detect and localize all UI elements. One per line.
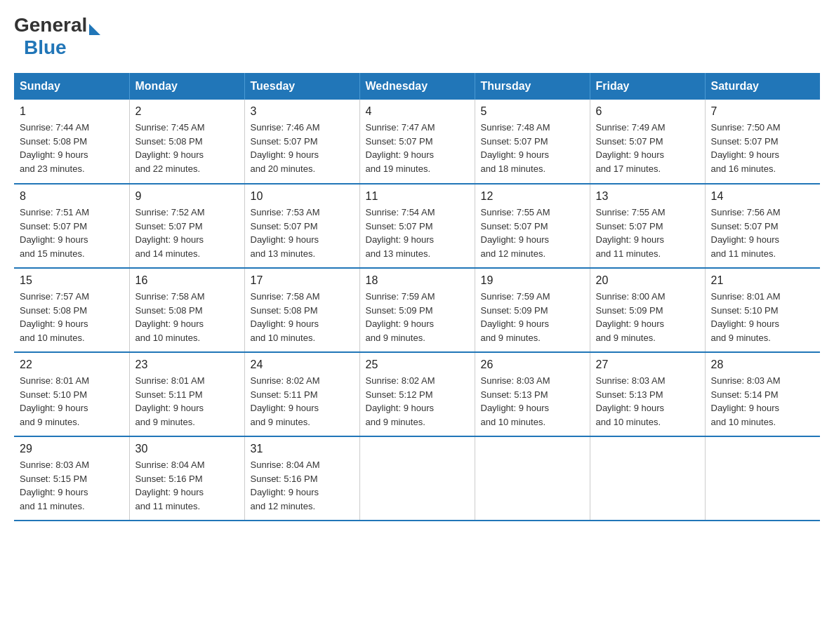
logo: General Blue (14, 14, 100, 59)
day-number: 18 (366, 274, 469, 287)
day-number: 13 (596, 190, 699, 203)
calendar-cell: 17 Sunrise: 7:58 AM Sunset: 5:08 PM Dayl… (244, 268, 359, 352)
day-number: 12 (481, 190, 584, 203)
day-number: 17 (251, 274, 354, 287)
day-number: 24 (251, 358, 354, 371)
day-number: 28 (711, 358, 815, 371)
calendar-cell: 9 Sunrise: 7:52 AM Sunset: 5:07 PM Dayli… (129, 184, 244, 268)
calendar-cell (475, 436, 590, 521)
calendar-cell (590, 436, 705, 521)
day-number: 15 (20, 274, 124, 287)
header-day-sunday: Sunday (14, 73, 129, 100)
calendar-cell: 30 Sunrise: 8:04 AM Sunset: 5:16 PM Dayl… (129, 436, 244, 521)
week-row-2: 8 Sunrise: 7:51 AM Sunset: 5:07 PM Dayli… (14, 184, 820, 268)
header-row: SundayMondayTuesdayWednesdayThursdayFrid… (14, 73, 820, 100)
calendar-cell: 7 Sunrise: 7:50 AM Sunset: 5:07 PM Dayli… (705, 100, 820, 184)
calendar-cell: 13 Sunrise: 7:55 AM Sunset: 5:07 PM Dayl… (590, 184, 705, 268)
day-number: 19 (481, 274, 584, 287)
calendar-cell: 19 Sunrise: 7:59 AM Sunset: 5:09 PM Dayl… (475, 268, 590, 352)
calendar-cell: 2 Sunrise: 7:45 AM Sunset: 5:08 PM Dayli… (129, 100, 244, 184)
header-day-tuesday: Tuesday (244, 73, 359, 100)
calendar-cell: 18 Sunrise: 7:59 AM Sunset: 5:09 PM Dayl… (359, 268, 475, 352)
day-info: Sunrise: 7:51 AM Sunset: 5:07 PM Dayligh… (20, 206, 124, 260)
calendar-cell: 16 Sunrise: 7:58 AM Sunset: 5:08 PM Dayl… (129, 268, 244, 352)
calendar-cell: 20 Sunrise: 8:00 AM Sunset: 5:09 PM Dayl… (590, 268, 705, 352)
calendar-cell: 12 Sunrise: 7:55 AM Sunset: 5:07 PM Dayl… (475, 184, 590, 268)
calendar-cell: 21 Sunrise: 8:01 AM Sunset: 5:10 PM Dayl… (705, 268, 820, 352)
day-info: Sunrise: 8:04 AM Sunset: 5:16 PM Dayligh… (251, 458, 354, 513)
calendar-cell: 11 Sunrise: 7:54 AM Sunset: 5:07 PM Dayl… (359, 184, 475, 268)
header-day-wednesday: Wednesday (359, 73, 475, 100)
calendar-cell: 26 Sunrise: 8:03 AM Sunset: 5:13 PM Dayl… (475, 352, 590, 436)
calendar-cell: 28 Sunrise: 8:03 AM Sunset: 5:14 PM Dayl… (705, 352, 820, 436)
day-info: Sunrise: 7:58 AM Sunset: 5:08 PM Dayligh… (135, 290, 239, 344)
day-number: 31 (251, 443, 354, 455)
day-number: 6 (596, 105, 699, 118)
calendar-body: 1 Sunrise: 7:44 AM Sunset: 5:08 PM Dayli… (14, 100, 820, 521)
calendar-cell: 6 Sunrise: 7:49 AM Sunset: 5:07 PM Dayli… (590, 100, 705, 184)
week-row-4: 22 Sunrise: 8:01 AM Sunset: 5:10 PM Dayl… (14, 352, 820, 436)
day-number: 27 (596, 358, 699, 371)
day-number: 10 (251, 190, 354, 203)
day-number: 9 (135, 190, 239, 203)
calendar-table: SundayMondayTuesdayWednesdayThursdayFrid… (14, 73, 820, 521)
day-number: 7 (711, 105, 815, 118)
day-number: 3 (251, 105, 354, 118)
header-day-monday: Monday (129, 73, 244, 100)
calendar-cell: 24 Sunrise: 8:02 AM Sunset: 5:11 PM Dayl… (244, 352, 359, 436)
day-info: Sunrise: 7:47 AM Sunset: 5:07 PM Dayligh… (366, 121, 469, 175)
header-day-friday: Friday (590, 73, 705, 100)
calendar-cell: 25 Sunrise: 8:02 AM Sunset: 5:12 PM Dayl… (359, 352, 475, 436)
calendar-cell: 3 Sunrise: 7:46 AM Sunset: 5:07 PM Dayli… (244, 100, 359, 184)
day-number: 1 (20, 105, 124, 118)
day-info: Sunrise: 7:55 AM Sunset: 5:07 PM Dayligh… (481, 206, 584, 260)
day-info: Sunrise: 7:53 AM Sunset: 5:07 PM Dayligh… (251, 206, 354, 260)
calendar-cell: 23 Sunrise: 8:01 AM Sunset: 5:11 PM Dayl… (129, 352, 244, 436)
calendar-cell: 8 Sunrise: 7:51 AM Sunset: 5:07 PM Dayli… (14, 184, 129, 268)
day-number: 11 (366, 190, 469, 203)
day-info: Sunrise: 8:03 AM Sunset: 5:13 PM Dayligh… (596, 374, 699, 429)
day-info: Sunrise: 8:03 AM Sunset: 5:13 PM Dayligh… (481, 374, 584, 429)
day-number: 22 (20, 358, 124, 371)
calendar-cell: 5 Sunrise: 7:48 AM Sunset: 5:07 PM Dayli… (475, 100, 590, 184)
day-info: Sunrise: 7:55 AM Sunset: 5:07 PM Dayligh… (596, 206, 699, 260)
day-number: 14 (711, 190, 815, 203)
calendar-cell: 14 Sunrise: 7:56 AM Sunset: 5:07 PM Dayl… (705, 184, 820, 268)
day-info: Sunrise: 8:04 AM Sunset: 5:16 PM Dayligh… (135, 458, 239, 513)
day-info: Sunrise: 8:02 AM Sunset: 5:12 PM Dayligh… (366, 374, 469, 429)
day-number: 16 (135, 274, 239, 287)
day-info: Sunrise: 8:01 AM Sunset: 5:11 PM Dayligh… (135, 374, 239, 429)
day-info: Sunrise: 7:59 AM Sunset: 5:09 PM Dayligh… (481, 290, 584, 344)
calendar-cell: 27 Sunrise: 8:03 AM Sunset: 5:13 PM Dayl… (590, 352, 705, 436)
day-info: Sunrise: 7:54 AM Sunset: 5:07 PM Dayligh… (366, 206, 469, 260)
day-number: 26 (481, 358, 584, 371)
day-number: 20 (596, 274, 699, 287)
day-number: 25 (366, 358, 469, 371)
header-day-saturday: Saturday (705, 73, 820, 100)
day-number: 21 (711, 274, 815, 287)
day-info: Sunrise: 7:59 AM Sunset: 5:09 PM Dayligh… (366, 290, 469, 344)
day-info: Sunrise: 7:57 AM Sunset: 5:08 PM Dayligh… (20, 290, 124, 344)
day-info: Sunrise: 7:58 AM Sunset: 5:08 PM Dayligh… (251, 290, 354, 344)
day-number: 4 (366, 105, 469, 118)
calendar-cell: 31 Sunrise: 8:04 AM Sunset: 5:16 PM Dayl… (244, 436, 359, 521)
calendar-cell: 15 Sunrise: 7:57 AM Sunset: 5:08 PM Dayl… (14, 268, 129, 352)
calendar-cell: 1 Sunrise: 7:44 AM Sunset: 5:08 PM Dayli… (14, 100, 129, 184)
day-info: Sunrise: 7:46 AM Sunset: 5:07 PM Dayligh… (251, 121, 354, 175)
day-info: Sunrise: 8:02 AM Sunset: 5:11 PM Dayligh… (251, 374, 354, 429)
day-info: Sunrise: 7:52 AM Sunset: 5:07 PM Dayligh… (135, 206, 239, 260)
day-info: Sunrise: 8:01 AM Sunset: 5:10 PM Dayligh… (20, 374, 124, 429)
logo-blue-text: Blue (24, 36, 67, 59)
calendar-header: SundayMondayTuesdayWednesdayThursdayFrid… (14, 73, 820, 100)
calendar-cell: 4 Sunrise: 7:47 AM Sunset: 5:07 PM Dayli… (359, 100, 475, 184)
day-info: Sunrise: 7:56 AM Sunset: 5:07 PM Dayligh… (711, 206, 815, 260)
calendar-cell (359, 436, 475, 521)
logo-general-text: General (14, 14, 87, 36)
calendar-cell: 22 Sunrise: 8:01 AM Sunset: 5:10 PM Dayl… (14, 352, 129, 436)
day-number: 2 (135, 105, 239, 118)
week-row-1: 1 Sunrise: 7:44 AM Sunset: 5:08 PM Dayli… (14, 100, 820, 184)
day-number: 8 (20, 190, 124, 203)
header-day-thursday: Thursday (475, 73, 590, 100)
calendar-cell: 10 Sunrise: 7:53 AM Sunset: 5:07 PM Dayl… (244, 184, 359, 268)
day-info: Sunrise: 8:03 AM Sunset: 5:14 PM Dayligh… (711, 374, 815, 429)
